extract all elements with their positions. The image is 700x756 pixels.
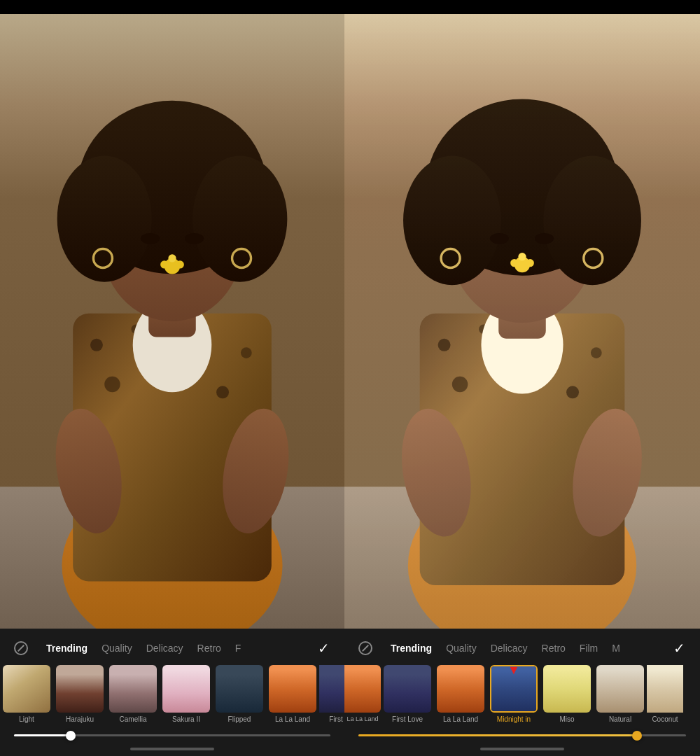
filter-thumb-right-lalaland2 <box>437 665 484 713</box>
filter-thumb-harajuku <box>56 665 104 713</box>
filter-item-right-coconut[interactable]: Coconut <box>647 665 683 723</box>
left-tab-f[interactable]: F <box>228 640 248 657</box>
left-slider-thumb[interactable] <box>66 731 76 741</box>
filter-thumb-light <box>3 665 50 713</box>
cancel-icon <box>14 641 28 655</box>
right-bottom-ui: Trending Quality Delicacy Retro Film M ✓… <box>344 629 700 756</box>
left-filter-strip: Light Harajuku Camellia Sa <box>0 665 344 729</box>
filter-thumb-right-miso <box>543 665 591 713</box>
left-panel: Trending Quality Delicacy Retro F ✓ Ligh… <box>0 0 344 756</box>
right-photo-canvas <box>344 14 700 629</box>
left-indicator-line <box>130 748 214 750</box>
checkmark-icon: ✓ <box>318 640 330 657</box>
filter-label-camellia: Camellia <box>120 715 147 723</box>
filter-label-light: Light <box>19 715 34 723</box>
selection-arrow: ▼ <box>507 665 520 676</box>
left-confirm-button[interactable]: ✓ <box>314 638 333 658</box>
left-tab-quality[interactable]: Quality <box>94 640 139 657</box>
filter-thumb-right-firstlove <box>384 665 431 713</box>
filter-item-right-lalaland-partial[interactable]: La La Land <box>344 665 381 723</box>
svg-point-4 <box>90 339 103 351</box>
right-checkmark-icon: ✓ <box>673 640 685 657</box>
svg-point-47 <box>510 259 518 267</box>
right-tab-delicacy[interactable]: Delicacy <box>484 640 535 657</box>
filter-label-first: First <box>329 715 342 723</box>
right-tab-film[interactable]: Film <box>573 640 605 657</box>
left-slider-track[interactable] <box>14 734 330 736</box>
filter-thumb-right-natural <box>596 665 644 713</box>
filter-item-right-midnight[interactable]: ▼ Midnight in <box>487 665 540 723</box>
left-photo-canvas <box>0 14 344 629</box>
filter-label-sakura: Sakura II <box>172 715 200 723</box>
filter-label-right-miso: Miso <box>559 715 574 723</box>
filter-label-right-lalaland-partial: La La Land <box>346 715 378 722</box>
right-slider-track[interactable] <box>358 734 686 736</box>
right-slider-fill <box>358 734 637 736</box>
svg-point-18 <box>168 254 176 262</box>
filter-item-harajuku[interactable]: Harajuku <box>53 665 106 723</box>
svg-point-43 <box>543 156 641 286</box>
right-top-bar <box>344 0 700 14</box>
svg-point-15 <box>57 156 152 282</box>
filter-item-first[interactable]: First <box>319 665 344 723</box>
right-cancel-button[interactable] <box>356 638 375 658</box>
filter-item-right-natural[interactable]: Natural <box>594 665 647 723</box>
right-slider-thumb[interactable] <box>632 731 642 741</box>
right-confirm-button[interactable]: ✓ <box>669 638 689 658</box>
svg-point-34 <box>591 347 602 358</box>
filter-label-harajuku: Harajuku <box>66 715 94 723</box>
right-tab-more[interactable]: M <box>605 640 627 657</box>
right-tab-quality[interactable]: Quality <box>439 640 484 657</box>
left-cancel-button[interactable] <box>11 638 31 658</box>
left-photo-area <box>0 14 344 629</box>
right-filter-tabs: Trending Quality Delicacy Retro Film M ✓ <box>344 629 700 665</box>
filter-label-flipped: Flipped <box>228 715 251 723</box>
left-tab-trending[interactable]: Trending <box>39 640 94 657</box>
filter-item-lalaland[interactable]: La La Land <box>266 665 319 723</box>
filter-item-sakura[interactable]: Sakura II <box>160 665 213 723</box>
left-slider-area <box>0 729 344 745</box>
svg-point-31 <box>438 339 451 351</box>
filter-item-camellia[interactable]: Camellia <box>106 665 160 723</box>
right-slider-area <box>344 729 700 745</box>
svg-point-7 <box>241 347 252 358</box>
filter-item-right-firstlove[interactable]: First Love <box>381 665 434 723</box>
filter-label-right-lalaland2: La La Land <box>443 715 478 723</box>
filter-item-flipped[interactable]: Flipped <box>213 665 266 723</box>
svg-point-42 <box>403 156 501 286</box>
svg-point-48 <box>490 233 509 244</box>
left-tab-retro[interactable]: Retro <box>190 640 228 657</box>
right-tab-retro[interactable]: Retro <box>535 640 573 657</box>
right-tab-trending[interactable]: Trending <box>384 640 439 657</box>
svg-point-46 <box>526 259 534 267</box>
left-tab-delicacy[interactable]: Delicacy <box>139 640 190 657</box>
right-photo-area <box>344 14 700 629</box>
right-indicator-line <box>480 748 564 750</box>
filter-item-right-lalaland2[interactable]: La La Land <box>434 665 487 723</box>
filter-item-right-miso[interactable]: Miso <box>540 665 594 723</box>
svg-point-9 <box>216 386 229 398</box>
svg-point-35 <box>452 377 468 393</box>
filter-thumb-lalaland <box>269 665 316 713</box>
right-panel: Trending Quality Delicacy Retro Film M ✓… <box>344 0 700 756</box>
filter-item-light[interactable]: Light <box>0 665 53 723</box>
svg-point-16 <box>192 156 287 282</box>
svg-point-49 <box>535 233 554 244</box>
filter-label-right-natural: Natural <box>609 715 631 723</box>
svg-point-19 <box>176 260 184 268</box>
filter-thumb-right-lalaland-partial <box>344 665 381 713</box>
left-top-bar <box>0 0 344 14</box>
left-bottom-ui: Trending Quality Delicacy Retro F ✓ Ligh… <box>0 629 344 756</box>
right-filter-strip: La La Land First Love La La Land <box>344 665 700 729</box>
svg-point-20 <box>160 260 168 268</box>
filter-label-right-midnight: Midnight in <box>497 715 531 723</box>
filter-label-right-coconut: Coconut <box>652 715 678 723</box>
right-bottom-indicator <box>344 745 700 756</box>
left-slider-fill <box>14 734 71 736</box>
svg-point-21 <box>141 233 160 244</box>
filter-thumb-flipped <box>216 665 263 713</box>
right-cancel-icon <box>358 641 372 655</box>
svg-point-22 <box>185 233 204 244</box>
svg-point-45 <box>518 253 526 260</box>
filter-thumb-camellia <box>109 665 157 713</box>
